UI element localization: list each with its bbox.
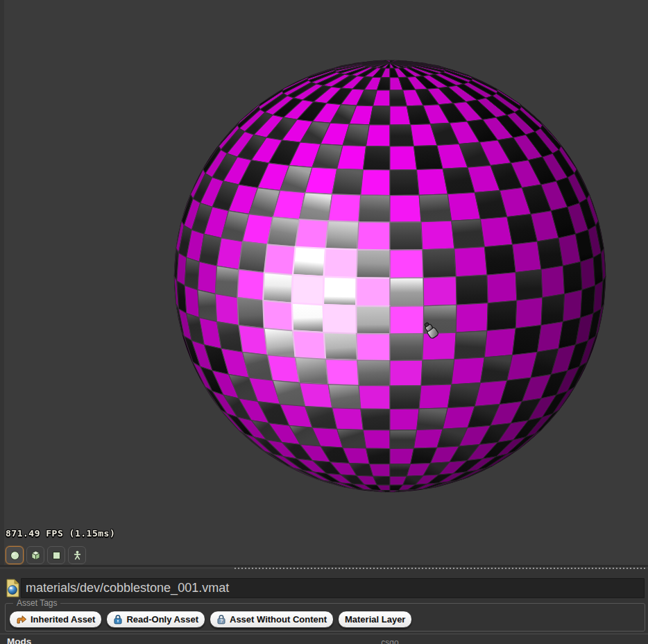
mods-section: Mods csgo	[0, 634, 648, 644]
asset-tags-row: Inherited Asset Read-Only Asset	[9, 611, 412, 628]
preview-shape-cube-button[interactable]	[26, 546, 44, 564]
tag-label: Material Layer	[345, 614, 405, 625]
mods-section-label: Mods	[7, 636, 31, 644]
viewport-left-edge	[0, 0, 4, 566]
inherit-arrow-icon	[16, 614, 27, 625]
fps-counter: 871.49 FPS (1.15ms)	[6, 528, 115, 539]
tag-inherited-asset[interactable]: Inherited Asset	[9, 611, 102, 628]
asset-info-panel: Asset Tags Inherited Asset Read-Onl	[0, 569, 648, 644]
preview-shape-model-button[interactable]	[68, 546, 86, 564]
mods-column-header-csgo[interactable]: csgo	[375, 638, 405, 644]
sphere-icon	[10, 550, 20, 561]
lock-icon	[113, 614, 123, 625]
preview-shape-plane-button[interactable]	[47, 546, 65, 564]
tag-label: Inherited Asset	[31, 614, 95, 625]
tag-asset-without-content[interactable]: ? Asset Without Content	[210, 611, 334, 628]
lock-question-icon: ?	[216, 614, 226, 625]
tool-cursor-icon	[419, 318, 444, 343]
material-editor-preview-pane: 871.49 FPS (1.15ms)	[0, 0, 648, 644]
preview-viewport-canvas[interactable]	[0, 0, 648, 566]
cube-icon	[31, 550, 41, 561]
material-file-icon	[6, 579, 20, 598]
asset-tags-label: Asset Tags	[13, 598, 60, 608]
tag-material-layer[interactable]: Material Layer	[338, 611, 412, 628]
tag-label: Asset Without Content	[230, 614, 327, 625]
tag-read-only-asset[interactable]: Read-Only Asset	[106, 611, 205, 628]
preview-shape-sphere-button[interactable]	[6, 546, 24, 564]
model-figure-icon	[72, 550, 83, 561]
plane-icon	[51, 550, 62, 561]
asset-tags-groupbox: Asset Tags Inherited Asset Read-Onl	[5, 603, 645, 632]
svg-text:?: ?	[220, 618, 223, 624]
tag-label: Read-Only Asset	[126, 614, 198, 625]
preview-shape-toolbar	[6, 546, 86, 564]
asset-path-field[interactable]	[21, 578, 645, 598]
